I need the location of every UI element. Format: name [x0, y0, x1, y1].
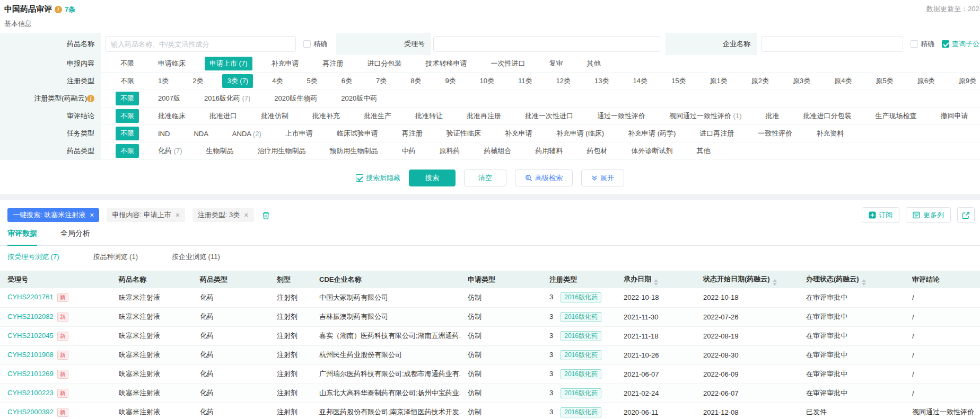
close-icon[interactable]: × — [90, 211, 94, 219]
filter-option[interactable]: 原1类 — [705, 74, 732, 88]
filter-option[interactable]: 撤回申请 — [936, 109, 973, 123]
filter-option[interactable]: 1类 — [153, 74, 173, 88]
sort-icon[interactable] — [654, 279, 658, 286]
filter-option[interactable]: 原4类 — [829, 74, 856, 88]
subtab-按企业浏览[interactable]: 按企业浏览 (11) — [172, 252, 220, 263]
filter-option[interactable]: 5类 — [302, 74, 322, 88]
subtab-按受理号浏览[interactable]: 按受理号浏览 (7) — [7, 252, 59, 263]
filter-option[interactable]: 补充申请 — [267, 57, 304, 70]
checkbox-icon[interactable] — [303, 40, 311, 48]
filter-option[interactable]: 中药 — [397, 144, 421, 158]
sort-icon[interactable] — [862, 279, 866, 286]
filter-option[interactable]: 再注册 — [397, 127, 427, 140]
filter-option[interactable]: 药包材 — [582, 144, 612, 158]
checkbox-checked-icon[interactable] — [356, 174, 363, 182]
subscribe-button[interactable]: 订阅 — [862, 207, 899, 223]
drug-name-input[interactable] — [105, 36, 296, 52]
filter-option[interactable]: 其他 — [692, 144, 715, 158]
filter-option[interactable]: 不限 — [116, 92, 139, 105]
info-icon[interactable]: i — [87, 95, 94, 102]
filter-option[interactable]: 申请临床 — [153, 57, 190, 70]
filter-option[interactable]: 再注册 — [318, 57, 348, 70]
sort-icon[interactable] — [773, 279, 777, 286]
filter-option[interactable]: 批准进口 — [205, 109, 242, 123]
filter-option[interactable]: 一次性进口 — [486, 57, 530, 70]
filter-option[interactable]: 6类 — [337, 74, 357, 88]
filter-option[interactable]: 批准补充 — [308, 109, 345, 123]
filter-option[interactable]: 原5类 — [871, 74, 898, 88]
filter-option[interactable]: NDA — [189, 128, 213, 140]
filter-option[interactable]: 10类 — [475, 74, 499, 88]
acceptance-no-link[interactable]: CYHS2101908 — [7, 351, 54, 359]
filter-option[interactable]: 进口再注册 — [695, 127, 739, 140]
filter-option[interactable]: 临床试验申请 — [332, 127, 383, 140]
filter-option[interactable]: 补充申请 (药学) — [623, 127, 680, 140]
filter-option[interactable]: 通过一致性评价 — [592, 109, 650, 123]
expand-button[interactable]: 展开 — [581, 170, 624, 186]
more-columns-button[interactable]: 更多列 — [906, 207, 951, 223]
filter-option[interactable]: 进口分包装 — [363, 57, 407, 70]
filter-option[interactable]: 上市申请 — [281, 127, 318, 140]
filter-option[interactable]: 治疗用生物制品 — [253, 144, 311, 158]
exact-checkbox-company[interactable]: 精确 — [911, 39, 934, 49]
filter-option[interactable]: ANDA (2) — [228, 128, 266, 140]
filter-option[interactable]: 4类 — [267, 74, 287, 88]
filter-tag[interactable]: 注册类型: 3类× — [192, 208, 254, 222]
filter-option[interactable]: 9类 — [440, 74, 460, 88]
filter-option[interactable]: 验证性临床 — [442, 127, 486, 140]
filter-option[interactable]: 3类 (7) — [222, 74, 253, 88]
clear-button[interactable]: 清空 — [464, 170, 506, 186]
filter-option[interactable]: 生物制品 — [202, 144, 239, 158]
filter-option[interactable]: 生产现场检查 — [871, 109, 922, 123]
advanced-search-button[interactable]: 高级检索 — [515, 170, 573, 186]
filter-option[interactable]: 补充申请 (临床) — [552, 127, 609, 140]
filter-option[interactable]: 一致性评价 — [753, 127, 797, 140]
acceptance-no-input[interactable] — [433, 36, 661, 52]
filter-option[interactable]: 原9类 — [954, 74, 980, 88]
filter-option[interactable]: 补充申请 — [500, 127, 537, 140]
filter-option[interactable]: 其他 — [582, 57, 606, 70]
filter-option[interactable]: 不限 — [116, 144, 139, 158]
filter-option[interactable]: 原3类 — [788, 74, 815, 88]
filter-option[interactable]: 批准转让 — [410, 109, 448, 123]
filter-option[interactable]: 批准进口分包装 — [799, 109, 856, 123]
close-icon[interactable]: × — [244, 211, 248, 219]
filter-option[interactable]: IND — [153, 128, 174, 140]
subsidiary-checkbox[interactable]: 查询子公司 — [942, 39, 980, 49]
filter-option[interactable]: 原2类 — [747, 74, 774, 88]
filter-option[interactable]: 2016版化药 (7) — [199, 92, 255, 105]
filter-option[interactable]: 批准一次性进口 — [520, 109, 578, 123]
filter-option[interactable]: 2类 — [188, 74, 208, 88]
filter-option[interactable]: 复审 — [545, 57, 568, 70]
filter-option[interactable]: 补充资料 — [811, 127, 848, 140]
filter-option[interactable]: 14类 — [628, 74, 652, 88]
filter-option[interactable]: 批准生产 — [359, 109, 396, 123]
exact-checkbox-drug[interactable]: 精确 — [303, 39, 327, 49]
filter-option[interactable]: 2007版 — [153, 92, 185, 105]
info-icon[interactable]: i — [55, 6, 62, 13]
trash-icon[interactable] — [261, 211, 270, 220]
acceptance-no-link[interactable]: CYHS2102082 — [7, 313, 54, 320]
filter-option[interactable]: 申请上市 (7) — [205, 57, 252, 70]
filter-option[interactable]: 原6类 — [913, 74, 940, 88]
acceptance-no-link[interactable]: CYHS2201761 — [7, 293, 54, 301]
filter-option[interactable]: 2020版中药 — [336, 92, 382, 105]
hide-after-search-checkbox[interactable]: 搜索后隐藏 — [356, 173, 400, 183]
filter-option[interactable]: 7类 — [371, 74, 391, 88]
filter-option[interactable]: 预防用生物制品 — [325, 144, 383, 158]
filter-option[interactable]: 13类 — [590, 74, 614, 88]
filter-tag[interactable]: 申报内容: 申请上市× — [107, 208, 185, 222]
filter-option[interactable]: 技术转移申请 — [421, 57, 472, 70]
acceptance-no-link[interactable]: CYHS2100223 — [7, 389, 54, 397]
filter-option[interactable]: 批准仿制 — [256, 109, 293, 123]
filter-option[interactable]: 不限 — [116, 74, 139, 88]
filter-option[interactable]: 化药 (7) — [153, 144, 187, 158]
filter-option[interactable]: 原料药 — [435, 144, 465, 158]
search-button[interactable]: 搜索 — [409, 170, 456, 186]
filter-option[interactable]: 8类 — [406, 74, 426, 88]
filter-option[interactable]: 体外诊断试剂 — [627, 144, 678, 158]
filter-option[interactable]: 批准临床 — [153, 109, 190, 123]
filter-option[interactable]: 11类 — [513, 74, 537, 88]
filter-option[interactable]: 不限 — [116, 127, 139, 140]
close-icon[interactable]: × — [176, 211, 180, 219]
